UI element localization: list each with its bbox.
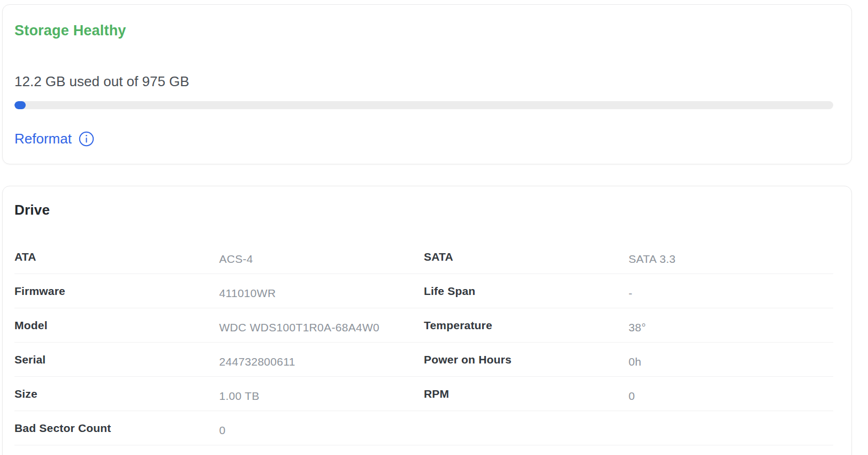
drive-info-table: ATA ACS-4 SATA SATA 3.3 Firmware 411010W… [14,240,833,445]
reformat-label: Reformat [14,131,72,147]
table-row-size-rpm: Size 1.00 TB RPM 0 [14,377,833,411]
info-circle-icon[interactable] [79,131,94,147]
firmware-value: 411010WR [219,287,424,300]
serial-value: 244732800611 [219,355,424,368]
storage-health-card: Storage Healthy 12.2 GB used out of 975 … [2,4,852,164]
storage-usage-progress-fill [14,101,26,109]
reformat-button[interactable]: Reformat [14,131,94,147]
sata-value: SATA 3.3 [629,253,834,266]
storage-settings-page: Storage Healthy 12.2 GB used out of 975 … [0,0,868,455]
drive-details-card: Drive ATA ACS-4 SATA SATA 3.3 Firmware 4… [2,186,852,455]
lifespan-label: Life Span [424,285,629,298]
sata-label: SATA [424,251,629,263]
table-row-serial-poweronhours: Serial 244732800611 Power on Hours 0h [14,343,833,377]
bad-sector-count-label: Bad Sector Count [14,422,219,435]
size-label: Size [14,388,219,400]
size-value: 1.00 TB [219,390,424,403]
lifespan-value: - [629,287,834,300]
storage-status-title: Storage Healthy [14,22,833,39]
table-row-bad-sector-count: Bad Sector Count 0 [14,411,833,445]
rpm-value: 0 [629,390,834,403]
ata-label: ATA [14,251,219,263]
temperature-label: Temperature [424,319,629,332]
power-on-hours-value: 0h [629,355,834,368]
serial-label: Serial [14,353,219,366]
model-value: WDC WDS100T1R0A-68A4W0 [219,321,424,334]
temperature-value: 38° [629,321,834,334]
table-row-model-temperature: Model WDC WDS100T1R0A-68A4W0 Temperature… [14,308,833,343]
storage-usage-progressbar [14,101,833,109]
table-row-firmware-lifespan: Firmware 411010WR Life Span - [14,274,833,308]
ata-value: ACS-4 [219,253,424,266]
rpm-label: RPM [424,388,629,400]
table-row-ata-sata: ATA ACS-4 SATA SATA 3.3 [14,240,833,274]
drive-card-title: Drive [14,202,833,218]
model-label: Model [14,319,219,332]
bad-sector-count-value: 0 [219,424,424,437]
storage-usage-text: 12.2 GB used out of 975 GB [14,73,833,90]
firmware-label: Firmware [14,285,219,298]
power-on-hours-label: Power on Hours [424,353,629,366]
